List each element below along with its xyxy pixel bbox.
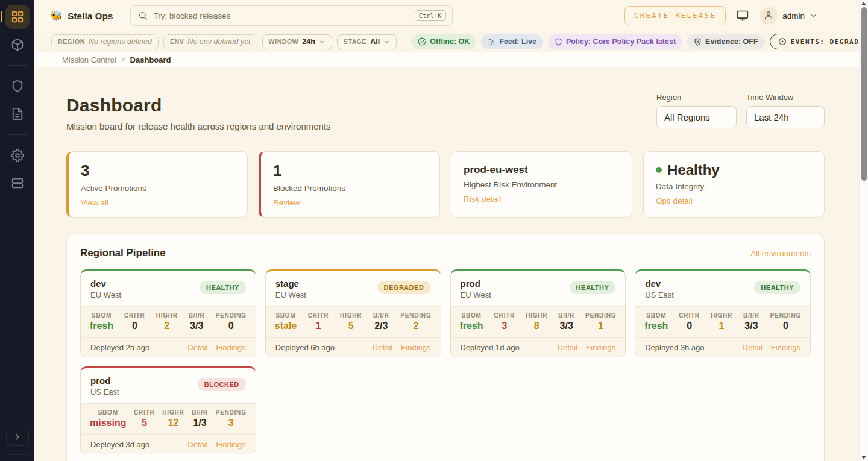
environment-region: US East [90, 387, 119, 397]
chevron-right-icon [13, 432, 22, 442]
environment-name: prod [461, 278, 491, 289]
search-icon [138, 11, 148, 20]
stat-label: B/I/R [558, 312, 574, 319]
stat-label: HIGHR [526, 312, 547, 319]
stat-value: 2 [400, 321, 431, 331]
critr-stat: CRITR 3 [494, 312, 515, 331]
deployed-text: Deployed 2h ago [90, 343, 149, 352]
policy-status-pill[interactable]: Policy: Core Policy Pack latest [548, 34, 682, 49]
region-select[interactable]: All Regions [656, 106, 737, 128]
all-environments-link[interactable]: All environments [750, 249, 811, 258]
shield-x-icon [694, 38, 702, 46]
stage-filter-pill[interactable]: STAGE All [337, 34, 397, 49]
pending-stat: PENDING 0 [770, 312, 801, 331]
chevron-down-icon [383, 39, 390, 45]
create-release-button[interactable]: CREATE RELEASE [624, 6, 726, 25]
search-input[interactable] [154, 11, 409, 20]
evidence-status-text: Evidence: OFF [705, 37, 758, 46]
sidebar-item-documents[interactable] [5, 102, 30, 126]
stat-value: 5 [340, 321, 362, 331]
detail-link[interactable]: Detail [373, 343, 392, 352]
pipeline-card: stage EU West DEGRADED SBOM stale CRITR … [265, 269, 441, 357]
window-filter-pill[interactable]: WINDOW 24h [262, 34, 332, 49]
stat-label: B/I/R [192, 409, 208, 416]
detail-link[interactable]: Detail [558, 343, 577, 352]
scroll-down-arrow[interactable] [861, 456, 866, 459]
stat-label: B/I/R [743, 312, 760, 319]
data-integrity-label: Data Integrity [656, 182, 812, 191]
stat-value: 1 [308, 321, 329, 331]
bir-stat: B/I/R 3/3 [558, 312, 574, 331]
findings-link[interactable]: Findings [771, 343, 800, 352]
offline-status-pill[interactable]: Offline: OK [411, 34, 476, 49]
stat-value: 0 [770, 321, 801, 331]
pipeline-card: dev EU West HEALTHY SBOM fresh CRITR 0 H… [80, 269, 256, 357]
detail-link[interactable]: Detail [743, 343, 763, 352]
stat-label: SBOM [460, 312, 483, 319]
pipeline-cards: dev EU West HEALTHY SBOM fresh CRITR 0 H… [80, 269, 811, 454]
detail-link[interactable]: Detail [187, 343, 207, 352]
sidebar-collapse-button[interactable] [6, 428, 29, 446]
display-mode-button[interactable] [737, 10, 749, 22]
evidence-status-pill[interactable]: Evidence: OFF [687, 34, 765, 49]
stats-row: SBOM fresh CRITR 3 HIGHR 8 B/I/R 3/3 PEN… [451, 306, 626, 338]
stage-filter-label: STAGE [344, 38, 366, 45]
stat-label: CRITR [124, 312, 145, 319]
feed-status-pill[interactable]: Feed: Live [481, 34, 543, 49]
env-filter-label: ENV [170, 38, 184, 45]
highr-stat: HIGHR 8 [526, 312, 547, 331]
sidebar-item-releases[interactable] [5, 33, 30, 57]
offline-status-text: Offline: OK [430, 37, 470, 46]
risk-detail-link[interactable]: Risk detail [464, 195, 501, 204]
pipeline-card: prod EU West HEALTHY SBOM fresh CRITR 3 … [450, 269, 626, 357]
breadcrumb: Mission Control > Dashboard [34, 52, 868, 67]
environment-region: US East [645, 290, 674, 299]
review-link[interactable]: Review [273, 198, 300, 207]
pending-stat: PENDING 1 [585, 312, 616, 331]
env-filter-pill[interactable]: ENV No env defined yet [163, 34, 257, 49]
breadcrumb-parent[interactable]: Mission Control [62, 55, 116, 64]
sidebar-item-settings[interactable] [5, 143, 30, 168]
active-promotions-count: 3 [81, 162, 235, 180]
active-indicator [1, 11, 2, 22]
sidebar-item-dashboard[interactable] [5, 5, 30, 29]
region-select-label: Region [656, 93, 737, 102]
environment-region: EU West [461, 290, 491, 299]
stat-value: fresh [644, 321, 668, 331]
stats-row: SBOM fresh CRITR 0 HIGHR 2 B/I/R 3/3 PEN… [81, 306, 256, 338]
status-badge: DEGRADED [377, 281, 431, 294]
events-status-pill[interactable]: EVENTS: DEGRADED [770, 34, 868, 49]
env-filter-value: No env defined yet [187, 37, 250, 46]
findings-link[interactable]: Findings [216, 343, 246, 352]
stat-value: 1 [585, 321, 616, 331]
scroll-up-arrow[interactable] [861, 2, 866, 5]
sidebar-item-infrastructure[interactable] [5, 171, 30, 195]
blocked-promotions-card: 1 Blocked Promotions Review [259, 151, 440, 218]
global-search[interactable]: Ctrl+K [130, 5, 453, 26]
bir-stat: B/I/R 3/3 [189, 312, 205, 331]
stat-label: HIGHR [162, 409, 184, 416]
page-title: Dashboard [66, 95, 331, 116]
findings-link[interactable]: Findings [216, 440, 246, 449]
ops-detail-link[interactable]: Ops detail [656, 196, 693, 205]
stat-label: SBOM [644, 312, 668, 319]
sidebar [0, 0, 34, 461]
stat-label: SBOM [90, 409, 126, 416]
region-filter-pill[interactable]: REGION No regions defined [51, 34, 159, 49]
environment-name: dev [90, 278, 121, 289]
sidebar-divider [8, 134, 27, 135]
time-window-select[interactable]: Last 24h [746, 106, 825, 128]
sidebar-item-security[interactable] [5, 74, 30, 98]
deployed-text: Deployed 3d ago [90, 440, 149, 449]
findings-link[interactable]: Findings [401, 343, 430, 352]
user-menu[interactable]: admin [760, 7, 817, 25]
view-all-link[interactable]: View all [81, 198, 108, 207]
stat-label: PENDING [770, 312, 801, 319]
data-integrity-card: Healthy Data Integrity Ops detail [643, 151, 825, 218]
scrollbar-thumb[interactable] [861, 7, 867, 181]
page-subtitle: Mission board for release health across … [66, 121, 331, 131]
stat-value: 3 [216, 418, 247, 428]
highest-risk-value: prod-eu-west [464, 162, 620, 176]
detail-link[interactable]: Detail [187, 440, 207, 449]
findings-link[interactable]: Findings [586, 343, 615, 352]
